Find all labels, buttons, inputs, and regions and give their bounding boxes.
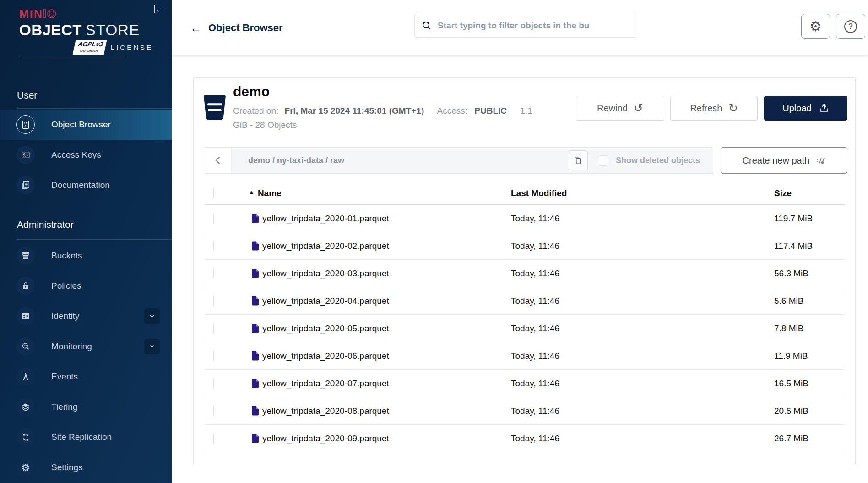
tiering-icon: [16, 398, 35, 416]
table-row[interactable]: yellow_tripdata_2020-04.parquet Today, 1…: [205, 287, 845, 315]
sidebar-item-access-keys[interactable]: Access Keys: [0, 140, 172, 170]
chevron-down-icon[interactable]: [144, 339, 160, 354]
row-checkbox[interactable]: [213, 351, 214, 361]
toolbar-right-group: Show deleted objects: [568, 148, 713, 173]
sidebar-item-site-replication[interactable]: Site Replication: [0, 422, 172, 452]
sidebar-item-settings[interactable]: ⚙ Settings: [0, 452, 172, 483]
access-value: PUBLIC: [474, 106, 507, 115]
table-row[interactable]: yellow_tripdata_2020-09.parquet Today, 1…: [205, 425, 845, 452]
help-icon: ?: [844, 20, 857, 33]
section-label-administrator: Administrator: [0, 219, 172, 230]
object-modified: Today, 11:46: [511, 406, 774, 416]
sidebar: ← MINIO OBJECTSTORE AGPLv3Free Software …: [0, 0, 172, 483]
copy-path-button[interactable]: [568, 150, 588, 170]
show-deleted-checkbox[interactable]: [598, 155, 608, 166]
sidebar-item-object-browser[interactable]: Object Browser: [0, 110, 172, 140]
minio-wordmark: MINIO: [19, 7, 153, 21]
file-icon: [251, 434, 259, 443]
back-chevron-button[interactable]: [205, 148, 232, 173]
file-icon: [251, 351, 259, 361]
object-name: yellow_tripdata_2020-02.parquet: [262, 241, 389, 251]
table-row[interactable]: yellow_tripdata_2020-03.parquet Today, 1…: [205, 260, 845, 287]
chevron-down-icon[interactable]: [144, 308, 160, 324]
row-checkbox[interactable]: [213, 323, 214, 334]
table-header-row: ▲ Name Last Modified Size: [205, 182, 845, 205]
table-row[interactable]: yellow_tripdata_2020-08.parquet Today, 1…: [205, 397, 845, 425]
logo-divider: [19, 58, 125, 58]
file-icon: [251, 324, 259, 333]
rewind-button[interactable]: Rewind ↺: [576, 96, 664, 121]
row-checkbox[interactable]: [213, 433, 214, 444]
monitoring-icon: [16, 337, 35, 356]
object-modified: Today, 11:46: [511, 434, 774, 444]
sidebar-item-events[interactable]: λ Events: [0, 362, 172, 392]
column-header-size[interactable]: Size: [774, 188, 845, 198]
brand-store: STORE: [86, 22, 140, 38]
create-new-path-button[interactable]: Create new path: [721, 147, 847, 174]
path-icon: [816, 156, 825, 165]
table-row[interactable]: yellow_tripdata_2020-07.parquet Today, 1…: [205, 370, 845, 397]
row-checkbox[interactable]: [213, 378, 214, 389]
collapse-bar: [154, 5, 155, 13]
sidebar-item-label: Monitoring: [51, 341, 92, 351]
table-row[interactable]: yellow_tripdata_2020-05.parquet Today, 1…: [205, 315, 845, 342]
bucket-name: demo: [233, 84, 270, 99]
settings-button[interactable]: ⚙: [801, 14, 830, 39]
collapse-sidebar-icon[interactable]: ←: [154, 5, 164, 13]
object-modified: Today, 11:46: [511, 351, 774, 361]
row-checkbox[interactable]: [213, 213, 214, 224]
row-checkbox[interactable]: [213, 406, 214, 416]
bucket-icon: [203, 94, 227, 122]
select-all-checkbox[interactable]: [213, 188, 214, 198]
refresh-label: Refresh: [690, 103, 722, 114]
sidebar-item-tiering[interactable]: Tiering: [0, 392, 172, 422]
table-row[interactable]: yellow_tripdata_2020-06.parquet Today, 1…: [205, 342, 845, 370]
object-name: yellow_tripdata_2020-08.parquet: [262, 406, 389, 416]
column-header-name[interactable]: Name: [258, 188, 282, 198]
objects-table: ▲ Name Last Modified Size yellow_tripdat…: [205, 182, 845, 466]
identity-icon: [16, 307, 35, 325]
object-name: yellow_tripdata_2020-06.parquet: [262, 351, 389, 361]
agpl-badge-text: AGPLv3: [77, 40, 104, 48]
object-size: 119.7 MiB: [774, 214, 845, 224]
gear-icon: ⚙: [809, 18, 822, 34]
breadcrumb[interactable]: demo / ny-taxi-data / raw: [232, 148, 568, 173]
sidebar-item-label: Settings: [51, 462, 83, 472]
table-row[interactable]: yellow_tripdata_2020-01.parquet Today, 1…: [205, 205, 845, 232]
column-header-modified[interactable]: Last Modified: [511, 188, 774, 198]
sidebar-item-monitoring[interactable]: Monitoring: [0, 331, 172, 362]
object-modified: Today, 11:46: [511, 296, 774, 306]
license-label: LICENSE: [111, 44, 153, 51]
search-input[interactable]: [438, 21, 629, 31]
object-browser-icon: [16, 115, 35, 134]
table-row[interactable]: yellow_tripdata_2020-02.parquet Today, 1…: [205, 232, 845, 260]
refresh-icon: ↻: [728, 103, 738, 114]
object-name: yellow_tripdata_2020-01.parquet: [262, 214, 389, 224]
brand-io: IO: [43, 7, 57, 20]
back-arrow-icon[interactable]: ←: [190, 22, 202, 34]
object-size: 16.5 MiB: [774, 379, 845, 389]
help-button[interactable]: ?: [836, 14, 865, 39]
rewind-label: Rewind: [597, 103, 628, 114]
sort-asc-icon[interactable]: ▲: [249, 189, 254, 195]
object-size: 11.9 MiB: [774, 351, 845, 361]
sidebar-item-label: Object Browser: [51, 120, 111, 130]
row-checkbox[interactable]: [213, 241, 214, 251]
sidebar-item-policies[interactable]: Policies: [0, 271, 172, 301]
object-modified: Today, 11:46: [511, 269, 774, 279]
row-checkbox[interactable]: [213, 268, 214, 279]
file-icon: [251, 214, 259, 223]
sidebar-item-label: Site Replication: [51, 432, 112, 442]
create-path-label: Create new path: [743, 155, 810, 166]
product-wordmark: OBJECTSTORE: [19, 22, 153, 39]
sidebar-item-identity[interactable]: Identity: [0, 301, 172, 331]
row-checkbox[interactable]: [213, 296, 214, 306]
object-name: yellow_tripdata_2020-04.parquet: [262, 296, 389, 306]
agpl-badge: AGPLv3Free Software: [73, 40, 107, 55]
object-modified: Today, 11:46: [511, 324, 774, 334]
upload-button[interactable]: Upload: [764, 96, 847, 121]
refresh-button[interactable]: Refresh ↻: [670, 96, 758, 121]
sidebar-item-documentation[interactable]: Documentation: [0, 170, 172, 200]
object-size: 20.5 MiB: [774, 406, 845, 416]
sidebar-item-buckets[interactable]: Buckets: [0, 241, 172, 271]
